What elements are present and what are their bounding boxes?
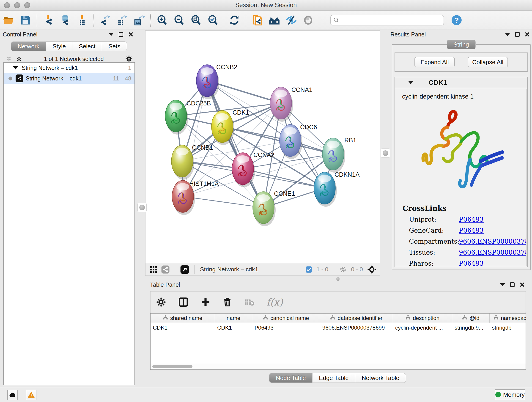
save-session-button[interactable] [18, 13, 32, 27]
node-table[interactable]: shared namenamecanonical namedatabase id… [150, 313, 526, 370]
crosslink-value-link[interactable]: 9606.ENSP00000378699 [459, 238, 526, 245]
options-gear-icon[interactable] [125, 55, 133, 63]
maximize-panel-icon[interactable] [515, 32, 520, 37]
delete-column-trash-icon[interactable] [222, 297, 232, 307]
show-all-button[interactable] [301, 13, 315, 27]
zoom-out-button[interactable] [172, 13, 186, 27]
column-header-shared-name[interactable]: shared name [151, 313, 215, 323]
tab-string[interactable]: String [447, 40, 476, 49]
table-cell[interactable]: P06493 [252, 323, 320, 333]
close-panel-icon[interactable] [525, 32, 530, 37]
copy-to-clipboard-button[interactable] [250, 13, 264, 27]
collapse-all-icon[interactable] [6, 56, 12, 62]
column-header-@id[interactable]: @id [452, 313, 490, 323]
network-node[interactable] [196, 65, 219, 99]
network-node[interactable] [253, 191, 276, 226]
function-builder-icon[interactable]: f(x) [266, 297, 283, 308]
scrollbar-thumb[interactable] [152, 365, 192, 368]
refresh-button[interactable] [227, 13, 241, 27]
help-button[interactable]: ? [450, 13, 464, 27]
zoom-fit-button[interactable] [189, 13, 203, 27]
table-cell[interactable]: stringdb [490, 323, 526, 333]
close-panel-icon[interactable] [128, 32, 133, 37]
zoom-in-button[interactable] [155, 13, 169, 27]
refresh-icon [229, 14, 240, 26]
search-input[interactable] [340, 16, 443, 25]
collapse-all-button[interactable]: Collapse All [468, 57, 508, 67]
string-home-button[interactable] [267, 13, 281, 27]
import-network-from-file-button[interactable] [41, 13, 56, 27]
search-field[interactable] [330, 15, 444, 26]
column-header-database-identifier[interactable]: database identifier [320, 313, 393, 323]
tab-style[interactable]: Style [46, 41, 72, 51]
table-options-gear-icon[interactable] [156, 297, 166, 307]
import-table-from-file-button[interactable] [75, 13, 89, 27]
column-header-namespac[interactable]: namespac [490, 313, 526, 323]
crosslink-value-link[interactable]: P06493 [459, 216, 484, 223]
tab-node-table[interactable]: Node Table [269, 373, 312, 383]
collection-expander-icon[interactable] [13, 66, 18, 70]
export-table-button[interactable] [115, 13, 129, 27]
network-node[interactable] [322, 138, 345, 172]
crosslink-value-link[interactable]: P06493 [459, 260, 484, 266]
float-panel-icon[interactable] [500, 283, 505, 286]
network-collection-row[interactable]: String Network – cdk1 1 [4, 63, 134, 73]
export-network-button[interactable] [98, 13, 112, 27]
close-panel-icon[interactable] [520, 282, 525, 287]
birds-eye-grid-icon[interactable] [150, 266, 157, 274]
export-image-button[interactable] [132, 13, 146, 27]
column-header-description[interactable]: description [393, 313, 452, 323]
zoom-selected-button[interactable] [206, 13, 220, 27]
table-cell[interactable]: CDK1 [215, 323, 252, 333]
network-share-icon[interactable] [161, 265, 170, 274]
column-header-name[interactable]: name [215, 313, 252, 323]
float-panel-icon[interactable] [109, 33, 114, 36]
table-cell[interactable]: 9606.ENSP00000378699 [320, 323, 393, 333]
right-splitter-handle[interactable] [381, 148, 390, 158]
tab-network[interactable]: Network [11, 41, 46, 51]
column-header-canonical-name[interactable]: canonical name [252, 313, 320, 323]
network-node[interactable] [279, 124, 302, 159]
horizontal-scrollbar[interactable] [151, 363, 526, 370]
tab-network-table[interactable]: Network Table [355, 373, 406, 383]
import-network-from-database-button[interactable] [58, 13, 72, 27]
table-cell[interactable]: stringdb:9... [452, 323, 490, 333]
tab-edge-table[interactable]: Edge Table [312, 373, 355, 383]
left-splitter-handle[interactable] [138, 203, 147, 212]
hidden-eye-slash-icon[interactable] [339, 266, 347, 274]
open-session-button[interactable] [1, 13, 16, 27]
cloud-status-button[interactable] [7, 390, 18, 400]
network-view[interactable]: CCNB2CCNA1CDC25BCDK1CDC6RB1CCNB1CCNA2CDK… [145, 31, 380, 263]
pan-crosshair-icon[interactable] [367, 265, 377, 274]
table-cell[interactable]: CDK1 [151, 323, 215, 333]
maximize-panel-icon[interactable] [510, 282, 515, 287]
show-columns-icon[interactable] [178, 297, 189, 307]
crosslink-value-link[interactable]: 9606.ENSP00000378699 [459, 249, 526, 256]
open-in-new-window-icon[interactable] [180, 265, 189, 274]
network-row[interactable]: String Network – cdk1 11 48 [4, 73, 134, 84]
float-panel-icon[interactable] [505, 33, 510, 36]
tab-sets[interactable]: Sets [102, 41, 127, 51]
hide-selected-button[interactable] [284, 13, 298, 27]
network-node[interactable] [165, 100, 188, 134]
expand-all-button[interactable]: Expand All [414, 57, 455, 67]
add-column-icon[interactable] [201, 297, 210, 307]
table-row[interactable]: CDK1CDK1P064939606.ENSP00000378699cyclin… [151, 323, 526, 333]
entry-expander-icon[interactable] [408, 81, 413, 84]
network-node[interactable] [171, 145, 194, 180]
tab-select[interactable]: Select [72, 41, 102, 51]
network-edge[interactable] [183, 81, 207, 196]
network-edge[interactable] [222, 127, 333, 154]
memory-button[interactable]: Memory [495, 389, 525, 400]
maximize-panel-icon[interactable] [119, 32, 123, 37]
crosslink-value-link[interactable]: P06493 [459, 227, 484, 235]
network-node[interactable] [232, 153, 255, 187]
protein-entry-header[interactable]: CDK1 [395, 77, 527, 88]
network-node[interactable] [314, 172, 337, 207]
table-cell[interactable]: cyclin-dependent ... [393, 323, 452, 333]
expand-all-icon[interactable] [16, 56, 22, 62]
delete-table-icon[interactable] [244, 297, 254, 307]
selected-checkbox-icon[interactable] [305, 266, 312, 273]
network-edge[interactable] [207, 81, 264, 208]
warning-status-button[interactable] [26, 390, 36, 400]
